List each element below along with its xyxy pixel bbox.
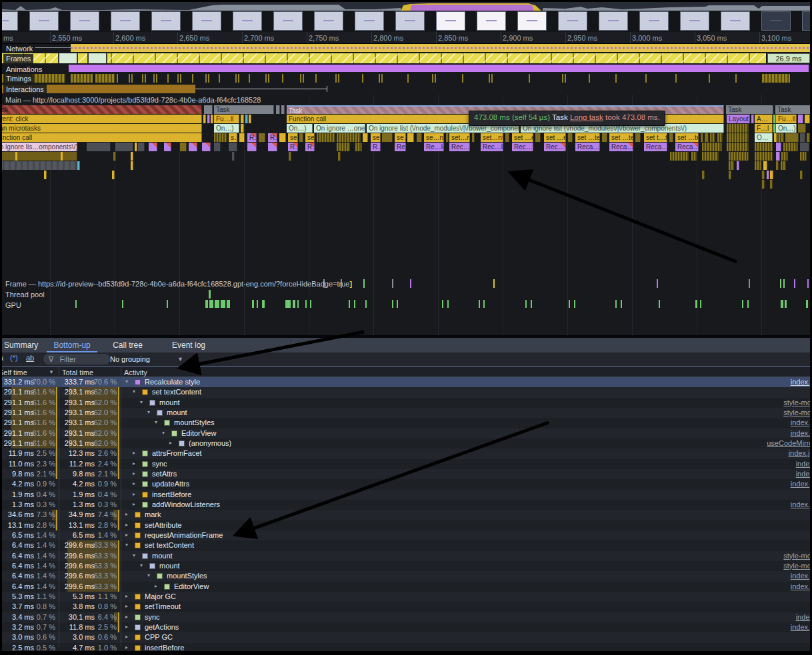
flame-bar[interactable] (202, 143, 211, 151)
flame-bar[interactable] (776, 161, 779, 170)
source-link[interactable]: style-mod (783, 408, 810, 416)
whole-word-icon[interactable]: ab (26, 354, 34, 362)
flame-bar[interactable] (299, 133, 303, 142)
flame-bar[interactable]: set …tent (575, 133, 600, 142)
flame-bar[interactable]: se…nt (424, 133, 444, 142)
flame-bar[interactable] (338, 152, 341, 161)
flame-bar[interactable] (762, 180, 765, 189)
screenshot-thumbnail[interactable] (599, 11, 628, 31)
flame-bar[interactable] (776, 152, 780, 161)
flame-bar[interactable] (138, 143, 145, 151)
flame-bar[interactable]: Reca…tyle (644, 143, 667, 151)
bottomup-row[interactable]: 6.4 ms1.4 %299.6 ms63.3 %▾mountstyle-mod (2, 561, 810, 571)
frame-duration-badge[interactable]: 26.9 ms (767, 53, 810, 63)
flame-bar[interactable] (207, 115, 210, 123)
flame-bar[interactable] (407, 133, 414, 142)
flame-bar[interactable] (737, 161, 739, 170)
flame-bar[interactable] (180, 143, 187, 151)
flame-bar[interactable] (798, 115, 803, 123)
screenshot-thumbnail[interactable] (436, 11, 465, 31)
flame-bar[interactable] (770, 171, 773, 179)
flame-bar[interactable]: Rec…yle (512, 143, 533, 151)
flame-bar[interactable]: Fu…ll (214, 115, 239, 123)
screenshot-thumbnail[interactable] (761, 11, 791, 31)
bottomup-row[interactable]: 1.9 ms0.4 %1.9 ms0.4 %▸insertBefore (2, 490, 810, 500)
flame-bar[interactable] (702, 152, 719, 161)
bottomup-row[interactable]: 2.5 ms0.5 %4.7 ms1.0 %▸insertBefore (2, 643, 810, 651)
flame-bar[interactable]: Rec…le (449, 143, 470, 151)
flame-bar[interactable]: On…) (214, 124, 239, 133)
flame-bar[interactable] (44, 171, 47, 179)
screenshot-thumbnail[interactable] (517, 11, 547, 31)
flame-bar[interactable] (446, 133, 449, 142)
source-link[interactable]: index.js (791, 500, 810, 508)
expand-arrow-icon[interactable]: ▸ (125, 614, 128, 620)
bottomup-row[interactable]: 6.4 ms1.4 %299.6 ms63.3 %▾mountstyle-mod (2, 551, 810, 561)
flame-bar[interactable] (800, 133, 805, 142)
flame-bar[interactable] (249, 115, 251, 123)
flame-bar[interactable] (131, 152, 133, 161)
flame-bar[interactable] (245, 115, 248, 123)
flame-bar[interactable] (702, 143, 722, 151)
collapse-arrow-icon[interactable]: ▾ (140, 562, 143, 568)
flame-bar[interactable] (317, 133, 335, 142)
flame-bar[interactable] (781, 152, 788, 161)
bottomup-row[interactable]: 3.2 ms0.7 %11.8 ms2.5 %▸getActionsindex.… (2, 622, 810, 632)
flame-bar[interactable] (279, 133, 286, 142)
flame-bar[interactable] (781, 161, 786, 170)
flame-bar[interactable] (417, 133, 422, 142)
flame-bar[interactable] (568, 133, 573, 142)
flame-bar[interactable] (602, 133, 607, 142)
bottomup-row[interactable]: 6.5 ms1.4 %6.5 ms1.4 %▸requestAnimationF… (2, 530, 810, 540)
collapse-arrow-icon[interactable]: ▾ (155, 419, 157, 425)
collapse-arrow-icon[interactable]: ▾ (133, 552, 135, 558)
flame-bar[interactable] (691, 152, 697, 161)
bottomup-row[interactable]: 291.1 ms61.6 %293.1 ms62.0 %▾mountstyle-… (2, 398, 810, 408)
flame-bar[interactable]: Function call (2, 133, 202, 142)
flame-bar[interactable] (2, 161, 77, 170)
flame-bar[interactable] (61, 152, 63, 161)
flame-bar[interactable] (211, 115, 213, 123)
tooltip-long-task-link[interactable]: Long task (570, 113, 603, 121)
flame-bar[interactable] (785, 133, 799, 142)
flame-bar[interactable] (214, 133, 227, 142)
flame-bar[interactable] (15, 152, 18, 161)
flame-bar[interactable] (214, 143, 221, 151)
flame-bar[interactable] (770, 180, 773, 189)
flame-bar[interactable] (472, 133, 475, 142)
grouping-select[interactable]: No grouping (110, 354, 150, 364)
screenshot-thumbnail[interactable] (29, 11, 59, 31)
expand-arrow-icon[interactable]: ▸ (133, 460, 135, 466)
screenshot-thumbnail[interactable] (355, 11, 384, 31)
screenshot-thumbnail[interactable] (639, 11, 669, 31)
flame-bar[interactable]: O… (755, 133, 773, 142)
flame-bar[interactable] (112, 171, 115, 179)
screenshot-thumbnail[interactable] (558, 11, 587, 31)
flame-bar[interactable]: Reca…yle (609, 143, 633, 151)
flame-bar[interactable]: se…t (305, 133, 315, 142)
collapse-arrow-icon[interactable]: ▾ (125, 378, 128, 384)
flame-bar[interactable]: set t…tent (644, 133, 667, 142)
bottomup-row[interactable]: 291.1 ms61.6 %293.1 ms62.0 %▾mountstyle-… (2, 408, 810, 418)
flame-bar[interactable] (705, 133, 709, 142)
flame-bar[interactable]: set …tent (675, 133, 699, 142)
bottomup-row[interactable]: 9.8 ms2.1 %9.8 ms2.1 %▸setAttrsindex. (2, 469, 810, 479)
bottomup-row[interactable]: 291.1 ms61.6 %293.1 ms62.0 %▾set textCon… (2, 387, 810, 397)
flame-bar[interactable]: R…e (371, 143, 381, 151)
screenshot-thumbnail[interactable] (233, 11, 262, 31)
source-link[interactable]: index.js (791, 480, 810, 488)
regex-icon[interactable]: (*) (10, 354, 18, 362)
flame-bar[interactable] (669, 133, 673, 142)
flame-bar[interactable] (670, 152, 689, 161)
flame-bar[interactable]: Reca…yle (675, 143, 699, 151)
tab-event-log[interactable]: Event log (165, 338, 212, 352)
flame-bar[interactable]: set …tent (609, 133, 633, 142)
total-time-column-header[interactable]: Total time (62, 368, 93, 377)
flame-bar[interactable] (247, 143, 257, 151)
flame-bar[interactable] (763, 161, 767, 170)
flame-bar[interactable] (727, 124, 749, 133)
flame-bar[interactable] (164, 143, 171, 151)
flame-bar[interactable] (241, 124, 244, 133)
screenshot-thumbnail[interactable] (70, 11, 99, 31)
expand-arrow-icon[interactable]: ▸ (125, 603, 128, 609)
